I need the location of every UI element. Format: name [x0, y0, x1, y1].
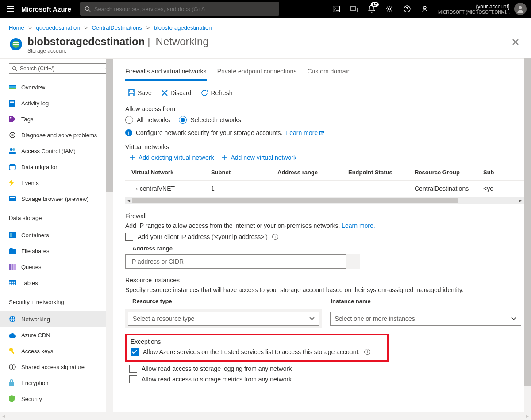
add-existing-vnet-button[interactable]: Add existing virtual network — [130, 154, 214, 161]
vnet-sub: <yo — [483, 185, 501, 192]
sidebar-item-label: Access Control (IAM) — [21, 148, 76, 154]
page-section: Networking — [156, 35, 209, 48]
instance-name-select[interactable]: Select one or more instances — [330, 312, 522, 326]
main-vertical-scrollbar[interactable] — [524, 58, 531, 416]
sidebar-item-networking[interactable]: Networking — [0, 311, 113, 327]
exception-metrics-label: Allow read access to storage metrics fro… — [142, 376, 292, 383]
radio-selected-networks[interactable] — [179, 116, 187, 124]
info-icon[interactable]: i — [272, 234, 278, 240]
sidebar-item-label: Data migration — [21, 164, 59, 170]
tab-firewalls[interactable]: Firewalls and virtual networks — [125, 64, 207, 81]
sidebar-item-queues[interactable]: Queues — [0, 259, 113, 275]
add-existing-vnet-label: Add existing virtual network — [139, 154, 214, 161]
sidebar-item-security[interactable]: Security — [0, 391, 113, 407]
security-icon — [9, 395, 16, 402]
exception-trusted-services-checkbox[interactable] — [131, 348, 139, 356]
sidebar-item-label: Azure CDN — [21, 332, 50, 339]
sidebar-search[interactable]: Search (Ctrl+/) — [9, 63, 110, 74]
tab-custom-domain[interactable]: Custom domain — [307, 64, 350, 81]
firewall-learn-more-link[interactable]: Learn more. — [342, 222, 375, 229]
feedback-icon[interactable] — [416, 0, 434, 18]
more-icon[interactable]: ⋯ — [218, 39, 223, 45]
sidebar-item-data-migration[interactable]: Data migration — [0, 159, 113, 175]
svg-rect-51 — [130, 90, 133, 92]
svg-rect-20 — [9, 100, 15, 107]
diagnose-icon — [9, 131, 16, 139]
vnet-subnet: 1 — [211, 185, 277, 192]
svg-point-24 — [10, 117, 12, 119]
close-button[interactable] — [509, 35, 522, 50]
sidebar-item-storage-browser[interactable]: Storage browser (preview) — [0, 191, 113, 207]
cloud-shell-icon[interactable] — [327, 0, 345, 18]
svg-line-16 — [15, 69, 17, 71]
settings-icon[interactable] — [381, 0, 398, 18]
chevron-right-icon[interactable]: › — [136, 185, 138, 192]
svg-rect-34 — [9, 264, 11, 270]
breadcrumb-2[interactable]: CentralDestinations — [92, 24, 142, 31]
info-icon: i — [125, 129, 132, 136]
svg-point-7 — [388, 8, 390, 10]
sidebar-item-tags[interactable]: Tags — [0, 111, 113, 127]
info-icon[interactable]: i — [364, 349, 370, 355]
sidebar-item-access-keys[interactable]: Access keys — [0, 343, 113, 359]
sidebar-item-events[interactable]: Events — [0, 175, 113, 191]
sidebar-scrollbar[interactable] — [106, 59, 113, 416]
sidebar-item-containers[interactable]: Containers — [0, 227, 113, 243]
add-new-vnet-button[interactable]: Add new virtual network — [222, 154, 296, 161]
global-search[interactable] — [80, 2, 279, 16]
page-title: blobstoragedestination — [27, 35, 145, 48]
sidebar-item-encryption[interactable]: Encryption — [0, 375, 113, 391]
svg-rect-46 — [11, 351, 15, 354]
help-icon[interactable] — [398, 0, 416, 18]
access-info-text: Configure network security for your stor… — [136, 129, 283, 136]
radio-all-networks[interactable] — [125, 116, 133, 124]
sidebar-item-label: Encryption — [21, 380, 48, 386]
sidebar-item-iam[interactable]: Access Control (IAM) — [0, 143, 113, 159]
address-range-input[interactable]: IP address or CIDR — [125, 254, 346, 269]
resource-type-select[interactable]: Select a resource type — [128, 312, 319, 326]
sidebar-item-overview[interactable]: Overview — [0, 79, 113, 95]
save-label: Save — [138, 89, 152, 96]
avatar[interactable] — [514, 3, 527, 15]
vnet-row[interactable]: ›centralVNET 1 CentralDestinations <yo — [125, 180, 524, 197]
hamburger-icon[interactable] — [0, 6, 21, 12]
vnet-horizontal-scrollbar[interactable]: ◀ ▶ — [125, 197, 524, 204]
directories-icon[interactable] — [345, 0, 363, 18]
account-menu[interactable]: {your account} MICROSOFT (MICROSOFT.ONMI… — [434, 4, 514, 15]
resource-instances-desc: Specify resource instances that will hav… — [125, 286, 524, 293]
sidebar-item-diagnose[interactable]: Diagnose and solve problems — [0, 127, 113, 143]
exception-logging-checkbox[interactable] — [129, 365, 137, 373]
breadcrumb-home[interactable]: Home — [9, 24, 24, 31]
col-subscription: Sub — [483, 169, 501, 176]
svg-rect-21 — [10, 101, 14, 102]
storage-account-icon — [9, 37, 23, 53]
breadcrumb-1[interactable]: queuedestination — [36, 24, 80, 31]
notifications-icon[interactable]: 17 — [363, 0, 381, 18]
sidebar-item-file-shares[interactable]: File shares — [0, 243, 113, 259]
save-button[interactable]: Save — [125, 88, 154, 98]
window-horizontal-scrollbar[interactable]: ◀ ▶ — [0, 412, 531, 420]
client-ip-checkbox[interactable] — [125, 233, 133, 241]
discard-button[interactable]: Discard — [159, 88, 194, 98]
sidebar-item-label: File shares — [21, 248, 50, 254]
svg-point-26 — [10, 148, 12, 151]
exception-metrics-checkbox[interactable] — [129, 375, 137, 383]
firewall-heading: Firewall — [125, 212, 524, 220]
refresh-button[interactable]: Refresh — [198, 88, 235, 98]
sidebar-item-azure-cdn[interactable]: Azure CDN — [0, 327, 113, 343]
svg-rect-50 — [128, 90, 135, 96]
tab-private-endpoints[interactable]: Private endpoint connections — [217, 64, 297, 81]
sidebar-item-tables[interactable]: Tables — [0, 275, 113, 291]
sidebar-item-activity-log[interactable]: Activity log — [0, 95, 113, 111]
firewall-desc: Add IP ranges to allow access from the i… — [125, 222, 342, 229]
global-search-input[interactable] — [94, 6, 275, 12]
sidebar-item-label: Storage browser (preview) — [21, 196, 88, 202]
learn-more-link[interactable]: Learn more — [286, 129, 324, 136]
notification-badge: 17 — [371, 2, 379, 7]
breadcrumb-3[interactable]: blobstoragedestination — [154, 24, 212, 31]
col-vnet: Virtual Network — [131, 169, 211, 176]
svg-rect-28 — [9, 152, 16, 154]
sidebar-item-label: Queues — [21, 264, 42, 270]
sidebar-item-sas[interactable]: Shared access signature — [0, 359, 113, 375]
containers-icon — [9, 232, 16, 238]
